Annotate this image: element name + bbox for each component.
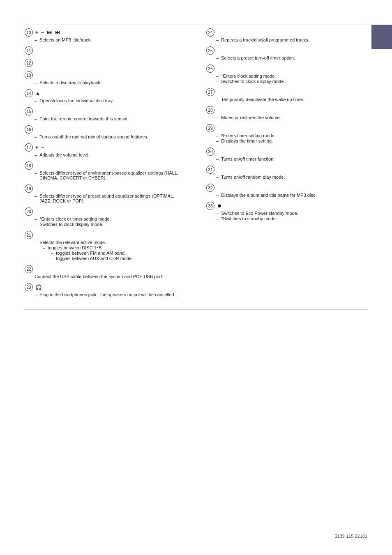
item-desc-line: –*Enters timer setting mode. bbox=[206, 133, 367, 138]
list-item: 11 bbox=[25, 46, 186, 55]
item-desc-line: –Adjusts the volume level. bbox=[25, 152, 186, 157]
item-header: 19 bbox=[25, 184, 186, 193]
item-number: 15 bbox=[25, 107, 33, 115]
item-number: 22 bbox=[25, 265, 33, 273]
description-text: Selects the relevant active mode. bbox=[39, 240, 106, 245]
list-item: 12 bbox=[25, 59, 186, 67]
item-symbol: + – bbox=[35, 145, 45, 150]
item-number: 13 bbox=[25, 71, 33, 79]
list-item: 32–Displays the album and title name for… bbox=[206, 184, 367, 198]
item-number: 24 bbox=[206, 28, 214, 37]
item-header: 14▲ bbox=[25, 89, 186, 97]
dash: – bbox=[216, 55, 219, 60]
item-header: 21 bbox=[25, 231, 186, 239]
dash: – bbox=[35, 98, 37, 103]
item-header: 29 bbox=[206, 124, 367, 132]
item-desc-line: –toggles between FM and AM band. bbox=[25, 251, 186, 256]
item-number: 20 bbox=[25, 207, 33, 216]
description-text: toggles between AUX and CDR mode. bbox=[56, 256, 133, 261]
dash: – bbox=[35, 134, 37, 139]
item-header: 22 bbox=[25, 265, 186, 273]
list-item: 33⏺–Switches to Eco Power standby mode.–… bbox=[206, 202, 367, 221]
description-text: Adjusts the volume level. bbox=[39, 152, 90, 157]
description-text: Mutes or restores the volume. bbox=[221, 115, 281, 120]
item-header: 26 bbox=[206, 64, 367, 73]
item-header: 24 bbox=[206, 28, 367, 37]
item-number: 23 bbox=[25, 283, 33, 291]
description-text: Repeats a track/disc/all programmed trac… bbox=[221, 37, 309, 42]
dash: – bbox=[35, 152, 37, 157]
description-text: Selects a disc tray to playback. bbox=[39, 80, 101, 85]
top-rule bbox=[25, 25, 367, 25]
bottom-rule bbox=[25, 309, 367, 310]
dash: – bbox=[216, 138, 219, 143]
item-number: 25 bbox=[206, 46, 214, 55]
item-header: 32 bbox=[206, 184, 367, 192]
list-item: 23🎧–Plug in the headphones jack. The spe… bbox=[25, 283, 186, 297]
dash: – bbox=[35, 292, 37, 297]
page-container: 10+ – ⏮ ⏭–Selects an MP3 title/track.111… bbox=[0, 0, 392, 555]
dash: – bbox=[35, 37, 37, 42]
item-number: 16 bbox=[25, 125, 33, 134]
item-desc-line: –Switches to clock display mode. bbox=[25, 222, 186, 227]
item-number: 26 bbox=[206, 64, 214, 73]
right-column: 24–Repeats a track/disc/all programmed t… bbox=[198, 28, 367, 301]
description-text: Selects different type of environment-ba… bbox=[39, 170, 186, 180]
description-text: Displays the album and title name for MP… bbox=[221, 193, 316, 198]
list-item: 16–Turns on/off the optimal mix of vario… bbox=[25, 125, 186, 139]
item-header: 17+ – bbox=[25, 143, 186, 152]
dash: – bbox=[35, 216, 37, 221]
item-symbol: + – ⏮ ⏭ bbox=[35, 30, 61, 35]
dash: – bbox=[35, 170, 37, 175]
description-text: Switches to clock display mode. bbox=[39, 222, 103, 227]
list-item: 31–Turns on/off random play mode. bbox=[206, 166, 367, 180]
item-header: 18 bbox=[25, 161, 186, 170]
list-item: 22Connect the USB cable between the syst… bbox=[25, 265, 186, 279]
dash: – bbox=[216, 216, 219, 221]
item-desc-line: –Selects a disc tray to playback. bbox=[25, 80, 186, 85]
item-header: 10+ – ⏮ ⏭ bbox=[25, 28, 186, 37]
item-header: 31 bbox=[206, 166, 367, 174]
item-desc-line: –*Switches to standby mode. bbox=[206, 216, 367, 221]
item-desc-line: –*Enters clock setting mode. bbox=[206, 74, 367, 78]
item-header: 13 bbox=[25, 71, 186, 79]
item-header: 33⏺ bbox=[206, 202, 367, 210]
description-text: *Enters clock setting mode. bbox=[221, 74, 276, 78]
dash: – bbox=[43, 245, 45, 250]
content-area: 10+ – ⏮ ⏭–Selects an MP3 title/track.111… bbox=[25, 28, 367, 301]
item-header: 27 bbox=[206, 88, 367, 96]
item-desc-line: –toggles between AUX and CDR mode. bbox=[25, 256, 186, 261]
item-desc-line: –Turns on/off timer function. bbox=[206, 157, 367, 161]
list-item: 10+ – ⏮ ⏭–Selects an MP3 title/track. bbox=[25, 28, 186, 42]
item-desc-line: Connect the USB cable between the system… bbox=[25, 274, 186, 279]
description-text: Displays the timer setting. bbox=[221, 138, 273, 143]
list-item: 29–*Enters timer setting mode.–Displays … bbox=[206, 124, 367, 143]
item-desc-line: –Point the remote control towards this s… bbox=[25, 116, 186, 121]
list-item: 24–Repeats a track/disc/all programmed t… bbox=[206, 28, 367, 42]
description-text: toggles between FM and AM band. bbox=[56, 251, 126, 256]
power-icon: ⏺ bbox=[217, 203, 222, 209]
dash: – bbox=[51, 256, 53, 261]
item-desc-line: –Selects an MP3 title/track. bbox=[25, 37, 186, 42]
item-number: 30 bbox=[206, 147, 214, 156]
dash: – bbox=[35, 116, 37, 121]
dash: – bbox=[216, 133, 219, 138]
item-number: 19 bbox=[25, 184, 33, 193]
dash: – bbox=[216, 175, 219, 180]
item-header: 23🎧 bbox=[25, 283, 186, 291]
list-item: 13–Selects a disc tray to playback. bbox=[25, 71, 186, 85]
item-desc-line: –Selects different type of preset sound … bbox=[25, 193, 186, 203]
description-text: *Enters clock or timer setting mode. bbox=[39, 216, 111, 221]
dash: – bbox=[35, 193, 37, 198]
item-number: 21 bbox=[25, 231, 33, 239]
item-number: 12 bbox=[25, 59, 33, 67]
description-text: Plug in the headphones jack. The speaker… bbox=[39, 292, 175, 297]
description-text: Turns on/off timer function. bbox=[221, 157, 274, 161]
description-text: Switches to clock display mode. bbox=[221, 79, 285, 84]
dash: – bbox=[216, 211, 219, 216]
list-item: 17+ ––Adjusts the volume level. bbox=[25, 143, 186, 157]
dash: – bbox=[216, 193, 219, 198]
item-header: 28 bbox=[206, 106, 367, 114]
item-desc-line: –Mutes or restores the volume. bbox=[206, 115, 367, 120]
list-item: 19–Selects different type of preset soun… bbox=[25, 184, 186, 203]
